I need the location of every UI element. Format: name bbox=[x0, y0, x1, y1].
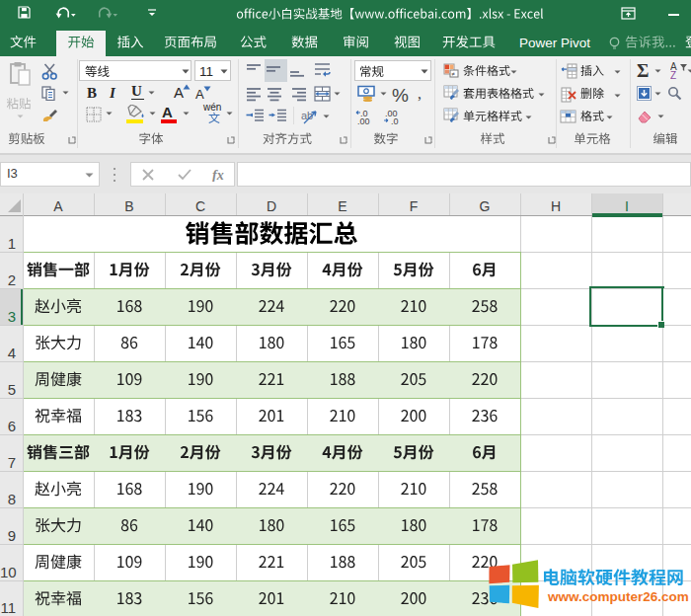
svg-text:fx: fx bbox=[212, 168, 224, 182]
svg-text:.00: .00 bbox=[357, 116, 370, 124]
svg-text:.0: .0 bbox=[391, 116, 399, 124]
svg-text:Z: Z bbox=[670, 70, 676, 79]
